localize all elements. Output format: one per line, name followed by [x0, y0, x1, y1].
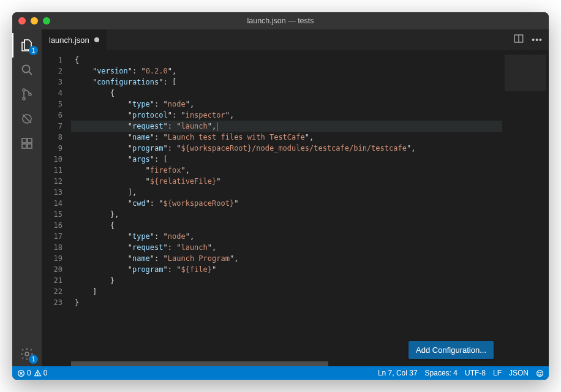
horizontal-scrollbar[interactable] [71, 361, 549, 366]
svg-point-11 [25, 352, 29, 356]
status-language[interactable]: JSON [509, 369, 529, 377]
svg-point-20 [538, 372, 539, 372]
activity-extensions[interactable] [12, 131, 42, 156]
svg-point-4 [29, 93, 31, 96]
status-left: 0 0 [17, 369, 47, 377]
activity-search[interactable] [12, 58, 42, 82]
activity-settings[interactable]: 1 [12, 342, 42, 366]
maximize-window-button[interactable] [43, 17, 50, 24]
explorer-badge: 1 [29, 46, 38, 55]
traffic-lights [18, 17, 50, 24]
svg-point-3 [23, 97, 25, 100]
svg-line-1 [29, 72, 32, 75]
add-configuration-button[interactable]: Add Configuration... [409, 341, 494, 359]
activity-bar: 1 [12, 29, 42, 366]
svg-point-18 [37, 374, 38, 375]
svg-point-2 [23, 89, 25, 91]
extensions-icon [20, 136, 34, 151]
search-icon [20, 62, 34, 77]
line-numbers: 1234567891011121314151617181920212223 [42, 52, 71, 366]
svg-point-21 [541, 372, 541, 372]
status-encoding[interactable]: UTF-8 [465, 369, 486, 377]
more-actions-button[interactable]: ••• [532, 35, 543, 45]
error-icon [17, 369, 25, 377]
minimap-preview [505, 55, 546, 91]
dirty-indicator-icon [94, 37, 99, 42]
window-title: launch.json — tests [12, 17, 549, 25]
editor-actions: ••• [513, 29, 549, 50]
close-window-button[interactable] [18, 17, 26, 24]
activity-debug[interactable] [12, 107, 42, 131]
warning-icon [34, 369, 42, 377]
editor-area: launch.json ••• 123456789101112131415161… [42, 29, 549, 366]
tab-launch-json[interactable]: launch.json [42, 29, 107, 50]
settings-badge: 1 [29, 355, 38, 364]
status-cursor[interactable]: Ln 7, Col 37 [378, 369, 418, 377]
minimap[interactable] [502, 52, 549, 366]
status-feedback[interactable] [536, 369, 544, 377]
code-editor[interactable]: 1234567891011121314151617181920212223 { … [42, 52, 549, 366]
minimize-window-button[interactable] [31, 17, 38, 24]
svg-rect-10 [28, 138, 32, 143]
code-content[interactable]: { "version": "0.2.0", "configurations": … [71, 52, 502, 366]
status-eol[interactable]: LF [493, 369, 502, 377]
status-warnings[interactable]: 0 [34, 369, 48, 377]
svg-rect-8 [22, 144, 26, 148]
split-editor-icon [513, 33, 524, 44]
status-right: Ln 7, Col 37 Spaces: 4 UTF-8 LF JSON [378, 369, 544, 377]
status-bar: 0 0 Ln 7, Col 37 Spaces: 4 UTF-8 LF JSON [12, 366, 549, 380]
debug-icon [20, 111, 34, 126]
scrollbar-thumb[interactable] [71, 361, 328, 366]
status-indent[interactable]: Spaces: 4 [425, 369, 457, 377]
svg-rect-7 [22, 138, 26, 143]
window: launch.json — tests 1 [12, 12, 549, 380]
activity-scm[interactable] [12, 82, 42, 107]
source-control-icon [20, 87, 34, 102]
titlebar: launch.json — tests [12, 12, 549, 29]
activity-explorer[interactable]: 1 [12, 33, 42, 58]
tab-label: launch.json [49, 36, 89, 45]
warning-count: 0 [43, 369, 48, 377]
error-count: 0 [27, 369, 31, 377]
svg-point-0 [23, 66, 30, 73]
status-errors[interactable]: 0 [17, 369, 31, 377]
tabs-row: launch.json ••• [42, 29, 549, 50]
svg-rect-9 [28, 144, 32, 148]
smiley-icon [536, 369, 544, 377]
split-editor-button[interactable] [513, 33, 524, 47]
